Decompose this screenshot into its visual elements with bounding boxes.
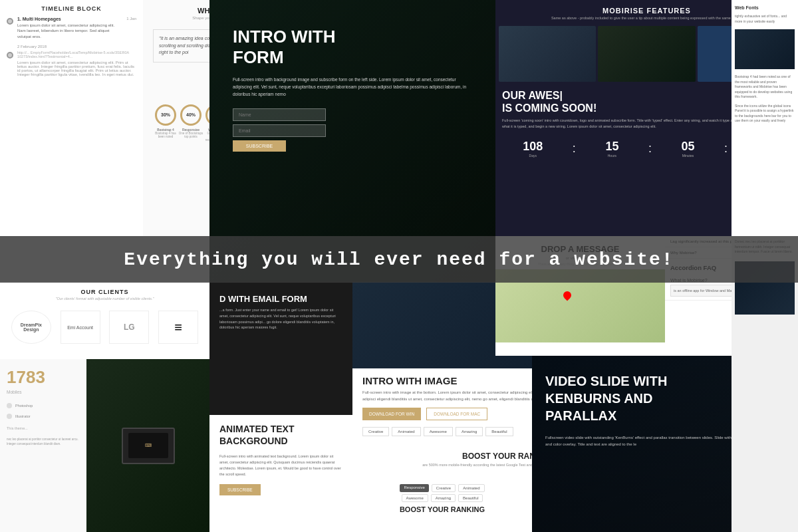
mobirise-countdown-hours: 15 Hours	[605, 140, 618, 158]
timeline-dot-1	[7, 18, 13, 25]
fantas-circle-ring-2: 40%	[180, 104, 201, 126]
laptop-display: ⌨	[128, 433, 168, 458]
mobirise-img-2	[598, 26, 695, 82]
mobirise-sep-3: :	[723, 142, 729, 156]
timeline-body: 1. Multi Homepages Lorem ipsum dolor sit…	[0, 13, 143, 85]
right-col-text2: Bootstrap 4 had been noted as one of the…	[732, 72, 798, 102]
right-col-ocean	[735, 29, 795, 69]
animated-illustrator: Illustrator	[0, 412, 86, 421]
animated-skill-dot	[7, 403, 12, 408]
tile-laptop: ⌨	[86, 359, 209, 532]
fantas-circle-ring-1: 30%	[155, 104, 176, 126]
intro-image-win-btn[interactable]: DOWNLOAD FOR WIN	[362, 408, 421, 420]
animated-text-body: Full-screen intro with animated text bac…	[209, 450, 352, 480]
timeline-dot-2	[7, 52, 13, 59]
client-logo-2: Emi Account	[61, 311, 100, 344]
timeline-item1-title: 1. Multi Homepages	[17, 17, 124, 21]
boost2-tab-beautiful[interactable]: Beautiful	[458, 494, 483, 502]
banner-overlay: Everything you will ever need for a webs…	[0, 236, 798, 283]
mobirise-minutes-label: Minutes	[682, 154, 695, 158]
mobirise-days-label: Days	[523, 154, 543, 158]
email-form-text: ...a form. Just enter your name and emai…	[209, 307, 352, 336]
animated-more-text: nec leo placerat at portitor consectetur…	[0, 436, 86, 449]
fantas-circle-desc-1: Bootstrap 4 has been noted	[153, 132, 178, 138]
intro-form-content: INTRO WITHFORM Full-screen intro with ba…	[209, 0, 495, 108]
mobirise-hours-label: Hours	[605, 154, 618, 158]
clients-sub: "Our clients' format with adjustable num…	[0, 297, 209, 304]
intro-form-title: INTRO WITHFORM	[233, 27, 472, 68]
animated-photoshop: Photoshop	[15, 404, 33, 408]
map-pin	[562, 290, 573, 301]
collage-container: TIMELINE BLOCK 1. Multi Homepages Lorem …	[0, 0, 798, 532]
tile-animated-left: 1783 Mobiles Photoshop Illustrator This …	[0, 359, 86, 532]
fantas-circle-1: 30% Bootstrap 4 Bootstrap 4 has been not…	[153, 104, 178, 142]
mobirise-hours-num: 15	[605, 140, 618, 154]
clients-header: OUR CLIENTS	[0, 282, 209, 297]
timeline-item-1: 1. Multi Homepages Lorem ipsum dolor sit…	[7, 17, 136, 39]
tab-animated[interactable]: Animated	[392, 427, 420, 436]
laptop-icon: ⌨	[145, 443, 152, 448]
boost2-tab-awesome[interactable]: Awesome	[402, 494, 428, 502]
form-subscribe-btn[interactable]: SUBSCRIBE	[233, 140, 286, 152]
banner-text: Everything you will ever need for a webs…	[124, 249, 674, 270]
timeline-url: http://... EmptyFormPlaceholder/LocalTem…	[17, 51, 136, 59]
tile-timeline: TIMELINE BLOCK 1. Multi Homepages Lorem …	[0, 0, 143, 236]
mobirise-countdown-minutes: 05 Minutes	[682, 140, 695, 158]
boost2-tabs-row2: Awesome Amazing Beautiful	[352, 494, 532, 502]
tile-boost-ranking-2: Responsive Creative Animated Awesome Ama…	[352, 479, 532, 532]
fantas-circle-desc-2: One of Bootstraps top points	[178, 132, 203, 138]
timeline-item1-text: Lorem ipsum dolor sit amet, consectetur …	[17, 23, 124, 39]
animated-number: 1783	[0, 359, 86, 390]
clients-logos: DreamPix Design Emi Account LG ≡	[0, 304, 209, 350]
tile-email-form: D WITH EMAIL FORM ...a form. Just enter …	[209, 282, 352, 415]
boost2-tab-creative[interactable]: Creative	[432, 484, 456, 492]
laptop-screen: ⌨	[122, 428, 175, 464]
timeline-item1-label: 1 Jan	[126, 17, 136, 21]
client-logo-3: LG	[109, 311, 149, 344]
mobirise-minutes-num: 05	[682, 140, 695, 154]
laptop-overlay: ⌨	[86, 359, 209, 532]
timeline-date: 2 February 2018	[17, 45, 136, 49]
animated-desc: This theme...	[0, 421, 86, 436]
right-col-webfonts: Web Fonts	[732, 0, 798, 12]
form-name-input[interactable]	[233, 108, 326, 121]
animated-skills: Photoshop	[0, 400, 86, 412]
mobirise-sep-2: :	[647, 142, 653, 156]
tab-awesome[interactable]: Awesome	[424, 427, 453, 436]
tab-creative[interactable]: Creative	[362, 427, 389, 436]
tile-right-col-top: Web Fonts tightly exhaustive set of font…	[732, 0, 798, 236]
timeline-header: TIMELINE BLOCK	[0, 0, 143, 13]
timeline-item-2: http://... EmptyFormPlaceholder/LocalTem…	[7, 51, 136, 76]
form-email-input[interactable]	[233, 124, 326, 137]
client-logo-1: DreamPix Design	[11, 311, 51, 344]
animated-subscribe-btn[interactable]: SUBSCRIBE	[219, 484, 261, 495]
intro-form-text: Full-screen intro with background image …	[233, 76, 472, 98]
intro-form-inputs: SUBSCRIBE	[209, 108, 495, 152]
right-col-text3: Since the icons utilize the global icons…	[732, 102, 798, 126]
timeline-item2-text: Lorem ipsum dolor sit amet, consectetur …	[17, 61, 136, 76]
right-col-text1: tightly exhaustive set of fonts... and m…	[732, 12, 798, 26]
intro-image-mac-btn[interactable]: DOWNLOAD FOR MAC	[426, 408, 487, 420]
mobirise-days-num: 108	[523, 140, 543, 154]
animated-number-label: Mobiles	[0, 390, 86, 400]
boost2-tab-amazing[interactable]: Amazing	[431, 494, 456, 502]
boost2-title: BOOST YOUR RANKING	[352, 502, 532, 515]
email-form-title: D WITH EMAIL FORM	[209, 282, 352, 307]
animated-text-title: ANIMATED TEXT BACKGROUND	[209, 415, 352, 450]
animated-illustrator-dot	[7, 414, 12, 419]
tab-amazing[interactable]: Amazing	[456, 427, 483, 436]
tile-animated-text: ANIMATED TEXT BACKGROUND Full-screen int…	[209, 415, 352, 532]
mobirise-sep-1: :	[571, 142, 577, 156]
mobirise-countdown-days: 108 Days	[523, 140, 543, 158]
boost2-tab-responsive[interactable]: Responsive	[400, 484, 428, 492]
boost2-tabs: Responsive Creative Animated	[352, 479, 532, 494]
client-logo-4: ≡	[158, 311, 198, 344]
animated-illustrator-label: Illustrator	[15, 414, 31, 418]
tab-beautiful[interactable]: Beautiful	[485, 427, 513, 436]
boost2-tab-animated[interactable]: Animated	[458, 484, 484, 492]
mobirise-img-1	[499, 26, 596, 82]
fantas-circle-2: 40% Responsive One of Bootstraps top poi…	[178, 104, 203, 142]
